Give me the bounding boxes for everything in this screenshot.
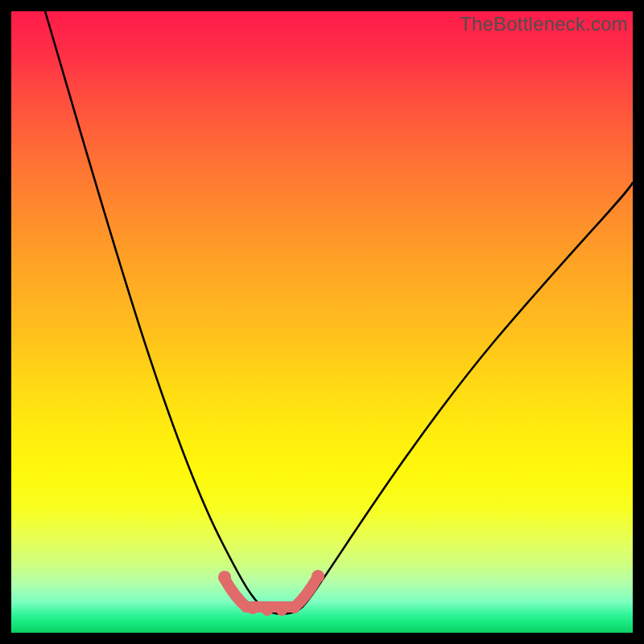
trough-bead-2: [262, 605, 273, 616]
trough-dot-left: [218, 571, 231, 584]
curve-path: [45, 11, 633, 614]
trough-marker: [225, 578, 317, 607]
bottleneck-curve: [11, 11, 633, 633]
trough-bead-3: [276, 605, 287, 616]
trough-bead-1: [247, 603, 258, 614]
plot-area: TheBottleneck.com: [11, 11, 633, 633]
trough-bead-4: [289, 602, 300, 613]
chart-frame: TheBottleneck.com: [0, 0, 644, 644]
trough-dot-right: [312, 570, 324, 583]
